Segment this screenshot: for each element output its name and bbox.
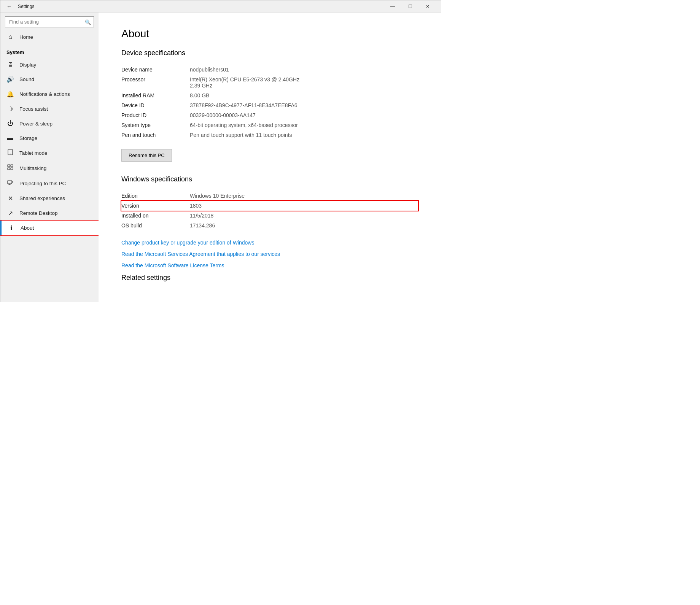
tablet-icon bbox=[6, 149, 14, 157]
settings-link[interactable]: Change product key or upgrade your editi… bbox=[121, 240, 418, 246]
spec-value: 64-bit operating system, x64-based proce… bbox=[190, 120, 418, 130]
sidebar-item-remote[interactable]: ↗ Remote Desktop bbox=[0, 206, 99, 221]
titlebar: ← Settings — ☐ ✕ bbox=[0, 0, 441, 13]
spec-value: 8.00 GB bbox=[190, 91, 418, 100]
spec-label: Edition bbox=[121, 191, 190, 201]
projecting-icon bbox=[6, 179, 14, 187]
device-spec-row: Device namenodpublishers01 bbox=[121, 65, 418, 75]
sidebar-item-tablet[interactable]: Tablet mode bbox=[0, 145, 99, 160]
sidebar-item-storage[interactable]: ▬ Storage bbox=[0, 131, 99, 145]
spec-label: Pen and touch bbox=[121, 130, 190, 140]
spec-label: Installed RAM bbox=[121, 91, 190, 100]
sidebar-search-container: 🔍 bbox=[5, 16, 94, 27]
svg-rect-3 bbox=[11, 165, 13, 167]
home-icon: ⌂ bbox=[6, 33, 14, 40]
window-controls: — ☐ ✕ bbox=[384, 0, 436, 13]
maximize-button[interactable]: ☐ bbox=[401, 0, 419, 13]
windows-specs-title: Windows specifications bbox=[121, 175, 418, 183]
svg-rect-4 bbox=[8, 168, 10, 170]
svg-rect-5 bbox=[11, 168, 13, 170]
spec-value: Pen and touch support with 11 touch poin… bbox=[190, 130, 418, 140]
sidebar-item-multitasking-label: Multitasking bbox=[19, 165, 46, 171]
spec-label: Processor bbox=[121, 75, 190, 91]
windows-spec-row: Installed on11/5/2018 bbox=[121, 211, 418, 221]
sidebar-item-notifications-label: Notifications & actions bbox=[19, 91, 70, 97]
device-spec-row: System type64-bit operating system, x64-… bbox=[121, 120, 418, 130]
svg-rect-6 bbox=[8, 181, 12, 184]
sidebar-item-display[interactable]: 🖥 Display bbox=[0, 57, 99, 72]
sidebar-item-projecting[interactable]: Projecting to this PC bbox=[0, 176, 99, 191]
close-button[interactable]: ✕ bbox=[419, 0, 436, 13]
focus-icon: ☽ bbox=[6, 105, 14, 113]
back-button[interactable]: ← bbox=[5, 2, 13, 11]
links-container: Change product key or upgrade your editi… bbox=[121, 240, 418, 268]
main-layout: 🔍 ⌂ Home System 🖥 Display 🔊 Sound 🔔 Noti… bbox=[0, 13, 441, 302]
sidebar-item-about[interactable]: ℹ About bbox=[0, 221, 99, 235]
sidebar-item-shared[interactable]: ✕ Shared experiences bbox=[0, 191, 99, 206]
rename-pc-button[interactable]: Rename this PC bbox=[121, 149, 172, 162]
sidebar-item-home[interactable]: ⌂ Home bbox=[0, 30, 99, 44]
sidebar-item-sound[interactable]: 🔊 Sound bbox=[0, 72, 99, 87]
svg-point-1 bbox=[10, 154, 11, 154]
sidebar-item-notifications[interactable]: 🔔 Notifications & actions bbox=[0, 87, 99, 102]
sidebar-item-focus-label: Focus assist bbox=[19, 106, 48, 112]
power-icon: ⏻ bbox=[6, 120, 14, 127]
remote-icon: ↗ bbox=[6, 210, 14, 217]
spec-value: 11/5/2018 bbox=[190, 211, 418, 221]
windows-spec-row: EditionWindows 10 Enterprise bbox=[121, 191, 418, 201]
settings-link[interactable]: Read the Microsoft Software License Term… bbox=[121, 262, 418, 268]
spec-label: Device name bbox=[121, 65, 190, 75]
multitasking-icon bbox=[6, 164, 14, 172]
windows-spec-row: OS build17134.286 bbox=[121, 221, 418, 230]
svg-rect-7 bbox=[12, 181, 13, 183]
spec-label: Version bbox=[121, 201, 190, 211]
device-spec-row: Product ID00329-00000-00003-AA147 bbox=[121, 110, 418, 120]
titlebar-title: Settings bbox=[18, 4, 384, 9]
windows-specs-table: EditionWindows 10 EnterpriseVersion1803I… bbox=[121, 191, 418, 230]
device-specs-title: Device specifications bbox=[121, 49, 418, 57]
spec-value: 00329-00000-00003-AA147 bbox=[190, 110, 418, 120]
display-icon: 🖥 bbox=[6, 61, 14, 68]
spec-value: 37878F92-4B9C-4977-AF11-8E34A7EE8FA6 bbox=[190, 100, 418, 110]
sidebar-item-shared-label: Shared experiences bbox=[19, 195, 65, 201]
content-area: About Device specifications Device namen… bbox=[99, 13, 441, 302]
spec-label: Device ID bbox=[121, 100, 190, 110]
minimize-button[interactable]: — bbox=[384, 0, 401, 13]
spec-label: Product ID bbox=[121, 110, 190, 120]
sidebar-item-display-label: Display bbox=[19, 62, 36, 68]
spec-value: 17134.286 bbox=[190, 221, 418, 230]
device-spec-row: Device ID37878F92-4B9C-4977-AF11-8E34A7E… bbox=[121, 100, 418, 110]
windows-spec-row: Version1803 bbox=[121, 201, 418, 211]
svg-rect-2 bbox=[8, 165, 10, 167]
spec-value: Intel(R) Xeon(R) CPU E5-2673 v3 @ 2.40GH… bbox=[190, 75, 418, 91]
sidebar-item-home-label: Home bbox=[19, 34, 33, 40]
sidebar-item-sound-label: Sound bbox=[19, 76, 34, 82]
spec-label: OS build bbox=[121, 221, 190, 230]
sound-icon: 🔊 bbox=[6, 76, 14, 83]
sidebar-item-remote-label: Remote Desktop bbox=[19, 210, 58, 216]
sidebar-item-power[interactable]: ⏻ Power & sleep bbox=[0, 116, 99, 131]
shared-icon: ✕ bbox=[6, 195, 14, 202]
sidebar-item-about-label: About bbox=[21, 225, 34, 231]
sidebar: 🔍 ⌂ Home System 🖥 Display 🔊 Sound 🔔 Noti… bbox=[0, 13, 99, 302]
spec-label: System type bbox=[121, 120, 190, 130]
sidebar-item-tablet-label: Tablet mode bbox=[19, 150, 48, 156]
sidebar-item-storage-label: Storage bbox=[19, 135, 37, 141]
spec-value: Windows 10 Enterprise bbox=[190, 191, 418, 201]
sidebar-category-system: System bbox=[0, 44, 99, 57]
notifications-icon: 🔔 bbox=[6, 91, 14, 98]
sidebar-item-projecting-label: Projecting to this PC bbox=[19, 181, 66, 186]
device-spec-row: ProcessorIntel(R) Xeon(R) CPU E5-2673 v3… bbox=[121, 75, 418, 91]
search-input[interactable] bbox=[5, 16, 94, 27]
settings-link[interactable]: Read the Microsoft Services Agreement th… bbox=[121, 251, 418, 257]
storage-icon: ▬ bbox=[6, 135, 14, 141]
search-icon: 🔍 bbox=[85, 19, 91, 25]
page-title: About bbox=[121, 28, 418, 40]
spec-value: 1803 bbox=[190, 201, 418, 211]
device-spec-row: Installed RAM8.00 GB bbox=[121, 91, 418, 100]
device-specs-table: Device namenodpublishers01ProcessorIntel… bbox=[121, 65, 418, 140]
sidebar-item-focus[interactable]: ☽ Focus assist bbox=[0, 102, 99, 116]
sidebar-item-multitasking[interactable]: Multitasking bbox=[0, 160, 99, 176]
spec-value: nodpublishers01 bbox=[190, 65, 418, 75]
related-settings-title: Related settings bbox=[121, 274, 418, 282]
